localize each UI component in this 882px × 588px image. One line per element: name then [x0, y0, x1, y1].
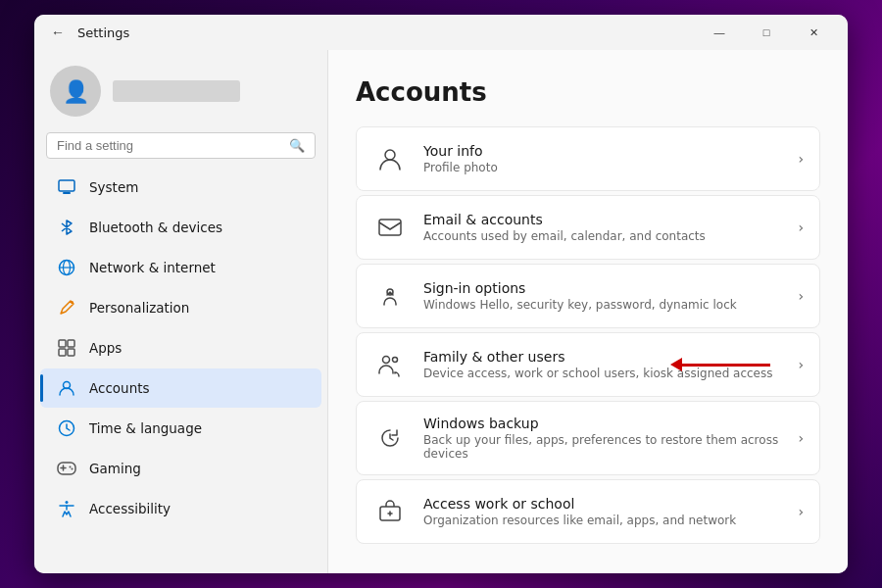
personalization-icon: [56, 297, 77, 318]
card-title-your-info: Your info: [423, 143, 782, 159]
svg-rect-9: [68, 349, 74, 356]
card-item-email-accounts: Email & accounts Accounts used by email,…: [357, 196, 819, 259]
sidebar-item-accessibility-label: Accessibility: [89, 501, 171, 516]
accessibility-icon: [56, 498, 77, 519]
card-text-sign-in: Sign-in options Windows Hello, security …: [423, 280, 782, 312]
sidebar-item-accounts[interactable]: Accounts: [40, 368, 321, 408]
card-title-email-accounts: Email & accounts: [423, 212, 782, 227]
username-bar: [113, 80, 240, 102]
svg-point-19: [385, 150, 395, 160]
chevron-icon-family-users: ›: [798, 357, 804, 372]
gaming-icon: [56, 458, 77, 479]
chevron-icon-sign-in: ›: [798, 288, 804, 304]
sidebar-item-apps[interactable]: Apps: [40, 328, 321, 368]
card-family-users[interactable]: Family & other users Device access, work…: [356, 332, 820, 397]
search-box[interactable]: 🔍: [46, 132, 316, 159]
card-subtitle-work-school: Organization resources like email, apps,…: [423, 514, 782, 527]
card-item-sign-in: Sign-in options Windows Hello, security …: [357, 265, 819, 327]
work-school-icon: [372, 494, 408, 529]
page-title: Accounts: [356, 77, 820, 107]
sidebar-item-apps-label: Apps: [89, 340, 122, 356]
card-sign-in[interactable]: Sign-in options Windows Hello, security …: [356, 264, 820, 328]
card-subtitle-sign-in: Windows Hello, security key, password, d…: [423, 298, 782, 312]
sidebar-item-bluetooth[interactable]: Bluetooth & devices: [40, 208, 321, 247]
sidebar-item-gaming[interactable]: Gaming: [40, 449, 321, 488]
sidebar-item-personalization[interactable]: Personalization: [40, 288, 321, 327]
bluetooth-icon: [56, 217, 77, 238]
arrow-annotation: [670, 358, 770, 371]
chevron-icon-windows-backup: ›: [798, 430, 804, 446]
svg-point-17: [66, 501, 69, 504]
sidebar-item-network-label: Network & internet: [89, 260, 216, 275]
accounts-icon: [56, 377, 77, 399]
sidebar-item-accessibility[interactable]: Accessibility: [40, 489, 321, 528]
card-windows-backup[interactable]: Windows backup Back up your files, apps,…: [356, 401, 820, 475]
sign-in-icon: [372, 278, 408, 314]
system-icon: [56, 176, 77, 198]
svg-point-15: [70, 466, 72, 468]
maximize-button[interactable]: □: [744, 17, 789, 48]
arrow-head: [670, 358, 682, 371]
svg-rect-8: [59, 349, 66, 356]
email-accounts-icon: [372, 210, 408, 245]
main-content: Accounts Your info Profile photo ›: [328, 50, 848, 573]
sidebar-item-time-label: Time & language: [89, 420, 202, 436]
avatar: 👤: [50, 66, 101, 117]
card-item-windows-backup: Windows backup Back up your files, apps,…: [357, 402, 819, 474]
card-text-windows-backup: Windows backup Back up your files, apps,…: [423, 416, 782, 461]
sidebar-item-time[interactable]: Time & language: [40, 409, 321, 448]
settings-window: ← Settings — □ ✕ 👤 🔍 Sys: [34, 15, 848, 573]
svg-point-5: [71, 301, 74, 304]
sidebar-nav: System Bluetooth & devices Network & int…: [34, 167, 327, 529]
sidebar-item-accounts-label: Accounts: [89, 380, 150, 396]
card-subtitle-your-info: Profile photo: [423, 161, 782, 174]
window-title: Settings: [77, 25, 689, 40]
time-icon: [56, 417, 77, 439]
card-item-your-info: Your info Profile photo ›: [357, 127, 819, 190]
svg-point-23: [393, 358, 398, 363]
card-text-your-info: Your info Profile photo: [423, 143, 782, 174]
card-item-work-school: Access work or school Organization resou…: [357, 480, 819, 543]
sidebar-item-gaming-label: Gaming: [89, 461, 141, 476]
family-users-icon: [372, 347, 408, 382]
back-button[interactable]: ←: [46, 21, 70, 44]
card-work-school[interactable]: Access work or school Organization resou…: [356, 479, 820, 544]
card-title-sign-in: Sign-in options: [423, 280, 782, 296]
card-text-email-accounts: Email & accounts Accounts used by email,…: [423, 212, 782, 243]
svg-rect-0: [59, 180, 74, 191]
search-input[interactable]: [57, 138, 281, 153]
card-your-info[interactable]: Your info Profile photo ›: [356, 126, 820, 191]
close-button[interactable]: ✕: [791, 17, 836, 48]
card-text-work-school: Access work or school Organization resou…: [423, 496, 782, 527]
card-title-windows-backup: Windows backup: [423, 416, 782, 431]
sidebar-item-network[interactable]: Network & internet: [40, 248, 321, 287]
svg-rect-6: [59, 340, 66, 347]
apps-icon: [56, 337, 77, 359]
chevron-icon-work-school: ›: [798, 504, 804, 519]
card-title-work-school: Access work or school: [423, 496, 782, 512]
content-area: 👤 🔍 System Bluetooth & de: [34, 50, 848, 573]
sidebar-item-personalization-label: Personalization: [89, 300, 189, 316]
title-bar: ← Settings — □ ✕: [34, 15, 848, 50]
user-profile: 👤: [34, 50, 327, 128]
minimize-button[interactable]: —: [697, 17, 742, 48]
card-email-accounts[interactable]: Email & accounts Accounts used by email,…: [356, 195, 820, 260]
svg-rect-1: [63, 192, 71, 194]
windows-backup-icon: [372, 420, 408, 456]
card-subtitle-email-accounts: Accounts used by email, calendar, and co…: [423, 229, 782, 243]
chevron-icon-your-info: ›: [798, 151, 804, 167]
svg-rect-20: [379, 220, 401, 235]
sidebar-item-bluetooth-label: Bluetooth & devices: [89, 220, 222, 235]
card-subtitle-windows-backup: Back up your files, apps, preferences to…: [423, 433, 782, 461]
window-controls: — □ ✕: [697, 17, 836, 48]
search-icon: 🔍: [289, 138, 305, 153]
svg-point-16: [72, 468, 74, 470]
network-icon: [56, 257, 77, 278]
sidebar: 👤 🔍 System Bluetooth & de: [34, 50, 328, 573]
svg-point-22: [383, 357, 390, 364]
chevron-icon-email-accounts: ›: [798, 220, 804, 235]
sidebar-item-system[interactable]: System: [40, 168, 321, 207]
your-info-icon: [372, 141, 408, 176]
arrow-line: [682, 364, 770, 367]
card-item-family-users: Family & other users Device access, work…: [357, 333, 819, 396]
